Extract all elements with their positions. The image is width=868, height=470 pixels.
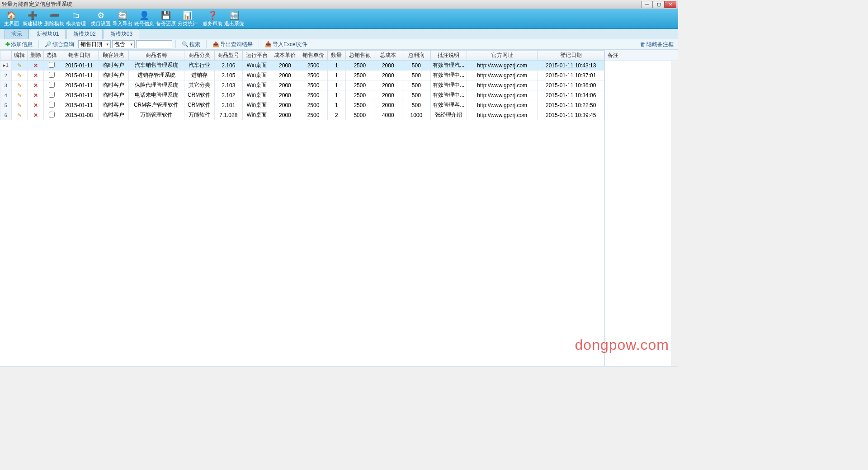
col-总销售额[interactable]: 总销售额 bbox=[345, 51, 374, 61]
col-登记日期[interactable]: 登记日期 bbox=[538, 51, 604, 61]
col-销售单价[interactable]: 销售单价 bbox=[299, 51, 328, 61]
col-运行平台[interactable]: 运行平台 bbox=[243, 51, 271, 61]
table-row[interactable]: 6✎✕2015-01-08临时客户万能管理软件万能软件7.1.028Win桌面2… bbox=[0, 110, 604, 120]
row-checkbox[interactable] bbox=[49, 102, 55, 108]
del-mod-icon: ➖ bbox=[49, 10, 60, 20]
col-选择[interactable]: 选择 bbox=[44, 51, 60, 61]
operator-select[interactable]: 包含 bbox=[112, 40, 135, 48]
window-controls: — ▢ ✕ bbox=[641, 1, 676, 8]
imp-exp-icon: 🔄 bbox=[117, 10, 128, 20]
delete-icon[interactable]: ✕ bbox=[33, 62, 38, 69]
table-row[interactable]: 5✎✕2015-01-11临时客户CRM客户管理软件CRM软件2.101Win桌… bbox=[0, 100, 604, 110]
tool-exit[interactable]: 🔚退出系统 bbox=[223, 9, 245, 28]
row-checkbox[interactable] bbox=[49, 72, 55, 78]
minimize-button[interactable]: — bbox=[641, 1, 653, 8]
tool-new-mod[interactable]: ➕新建模块 bbox=[22, 9, 43, 28]
hide-notes-button[interactable]: 🗑 隐藏备注框 bbox=[638, 41, 675, 48]
edit-icon[interactable]: ✎ bbox=[17, 72, 22, 79]
col-商品分类[interactable]: 商品分类 bbox=[184, 51, 214, 61]
table-row[interactable]: ▸1✎✕2015-01-11临时客户汽车销售管理系统汽车行业2.106Win桌面… bbox=[0, 61, 604, 70]
mod-mgr-icon: 🗂 bbox=[71, 10, 81, 20]
table-row[interactable]: 4✎✕2015-01-11临时客户电话来电管理系统CRM软件2.102Win桌面… bbox=[0, 90, 604, 100]
binoculars-icon: 🔎 bbox=[45, 41, 52, 47]
col-删除[interactable]: 删除 bbox=[28, 51, 44, 61]
tool-del-mod[interactable]: ➖删除模块 bbox=[43, 9, 65, 28]
maximize-button[interactable]: ▢ bbox=[653, 1, 665, 8]
col-批注说明[interactable]: 批注说明 bbox=[430, 51, 467, 61]
table-row[interactable]: 2✎✕2015-01-11临时客户进销存管理系统进销存2.105Win桌面200… bbox=[0, 70, 604, 80]
tool-home[interactable]: 🏠主界面 bbox=[1, 9, 22, 28]
stats-icon: 📊 bbox=[182, 10, 193, 20]
col-销售日期[interactable]: 销售日期 bbox=[60, 51, 98, 61]
edit-icon[interactable]: ✎ bbox=[17, 92, 22, 99]
delete-icon[interactable]: ✕ bbox=[33, 102, 38, 108]
tool-cls-set[interactable]: ⚙类目设置 bbox=[90, 9, 112, 28]
scrollbar[interactable] bbox=[671, 61, 678, 366]
module-tabs: 演示新模块01新模块02新模块03 bbox=[0, 29, 678, 39]
tool-mod-mgr[interactable]: 🗂模块管理 bbox=[65, 9, 87, 28]
row-checkbox[interactable] bbox=[49, 62, 55, 68]
notes-body[interactable] bbox=[605, 61, 678, 366]
import-excel-button[interactable]: 📥 导入Excel文件 bbox=[262, 40, 310, 49]
trash-icon: 🗑 bbox=[640, 41, 646, 47]
row-checkbox[interactable] bbox=[49, 92, 55, 98]
help-icon: ❓ bbox=[207, 10, 218, 20]
col-总成本[interactable]: 总成本 bbox=[374, 51, 402, 61]
notes-panel: 备注 bbox=[605, 50, 678, 366]
edit-icon[interactable]: ✎ bbox=[17, 82, 22, 89]
row-checkbox[interactable] bbox=[49, 82, 55, 88]
exit-icon: 🔚 bbox=[229, 10, 240, 20]
field-select[interactable]: 销售日期 bbox=[78, 40, 111, 48]
summary-bar: 全选 批量删除 合计: 总销售额:17500 总成本:14000 总利润:350… bbox=[0, 366, 678, 367]
excel-icon: 📥 bbox=[265, 41, 272, 47]
col-成本单价[interactable]: 成本单价 bbox=[271, 51, 299, 61]
search-button[interactable]: 🔍 搜索 bbox=[179, 40, 203, 49]
search-icon: 🔍 bbox=[182, 41, 189, 47]
new-mod-icon: ➕ bbox=[27, 10, 38, 20]
tab-演示[interactable]: 演示 bbox=[5, 29, 29, 39]
search-input[interactable] bbox=[136, 40, 172, 48]
delete-icon[interactable]: ✕ bbox=[33, 112, 38, 118]
col-总利润[interactable]: 总利润 bbox=[402, 51, 431, 61]
tool-imp-exp[interactable]: 🔄导入导出 bbox=[112, 9, 133, 28]
app-title: 轻量万能自定义信息管理系统 bbox=[2, 0, 641, 8]
export-result-button[interactable]: 📤 导出查询结果 bbox=[210, 40, 255, 49]
tab-新模块02[interactable]: 新模块02 bbox=[66, 29, 102, 39]
export-icon: 📤 bbox=[212, 41, 219, 47]
add-info-button[interactable]: ✚ 添加信息 bbox=[3, 40, 35, 49]
title-bar: 轻量万能自定义信息管理系统 — ▢ ✕ bbox=[0, 0, 678, 9]
col-官方网址[interactable]: 官方网址 bbox=[467, 51, 538, 61]
query-button[interactable]: 🔎 综合查询 bbox=[42, 40, 77, 49]
col-数量[interactable]: 数量 bbox=[327, 51, 345, 61]
edit-icon[interactable]: ✎ bbox=[17, 102, 22, 108]
tab-新模块01[interactable]: 新模块01 bbox=[30, 29, 66, 39]
tool-stats[interactable]: 📊分类统计 bbox=[177, 9, 198, 28]
table-row[interactable]: 3✎✕2015-01-11临时客户保险代理管理系统其它分类2.103Win桌面2… bbox=[0, 80, 604, 90]
edit-icon[interactable]: ✎ bbox=[17, 112, 22, 118]
data-grid: 编辑删除选择销售日期顾客姓名商品名称商品分类商品型号运行平台成本单价销售单价数量… bbox=[0, 50, 604, 120]
col-顾客姓名[interactable]: 顾客姓名 bbox=[98, 51, 128, 61]
acct-icon: 👤 bbox=[139, 10, 150, 20]
col-编辑[interactable]: 编辑 bbox=[11, 51, 28, 61]
main-toolbar: 🏠主界面➕新建模块➖删除模块🗂模块管理⚙类目设置🔄导入导出👤账号信息💾备份还原📊… bbox=[0, 9, 678, 29]
home-icon: 🏠 bbox=[6, 10, 17, 20]
delete-icon[interactable]: ✕ bbox=[33, 82, 38, 89]
delete-icon[interactable]: ✕ bbox=[33, 92, 38, 99]
col-商品名称[interactable]: 商品名称 bbox=[128, 51, 184, 61]
row-checkbox[interactable] bbox=[49, 112, 55, 118]
tool-acct[interactable]: 👤账号信息 bbox=[133, 9, 155, 28]
notes-header: 备注 bbox=[605, 50, 678, 61]
backup-icon: 💾 bbox=[160, 10, 171, 20]
close-button[interactable]: ✕ bbox=[665, 1, 676, 8]
tab-新模块03[interactable]: 新模块03 bbox=[104, 29, 139, 39]
filter-bar: ✚ 添加信息 🔎 综合查询 销售日期 包含 🔍 搜索 📤 导出查询结果 📥 导入… bbox=[0, 39, 678, 50]
tool-help[interactable]: ❓服务帮助 bbox=[202, 9, 223, 28]
col-商品型号[interactable]: 商品型号 bbox=[214, 51, 243, 61]
cls-set-icon: ⚙ bbox=[95, 10, 106, 20]
plus-icon: ✚ bbox=[5, 41, 10, 47]
data-grid-container: 编辑删除选择销售日期顾客姓名商品名称商品分类商品型号运行平台成本单价销售单价数量… bbox=[0, 50, 605, 366]
edit-icon[interactable]: ✎ bbox=[17, 62, 22, 69]
delete-icon[interactable]: ✕ bbox=[33, 72, 38, 79]
main-area: 编辑删除选择销售日期顾客姓名商品名称商品分类商品型号运行平台成本单价销售单价数量… bbox=[0, 50, 678, 366]
tool-backup[interactable]: 💾备份还原 bbox=[155, 9, 177, 28]
